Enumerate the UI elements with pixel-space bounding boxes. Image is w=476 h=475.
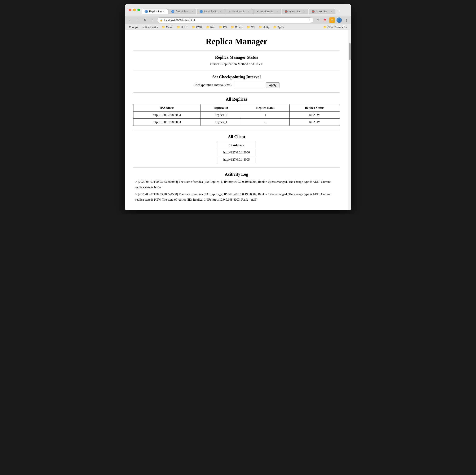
replicas-section: All Replicas IP Address Replica ID Repli… — [133, 97, 340, 126]
client-1-ip: http://127.0.0.1:8006 — [217, 149, 256, 156]
tab-icon-index1: 🔖 — [285, 10, 288, 13]
menu-icon[interactable]: ⋮ — [344, 18, 349, 23]
bookmark-others[interactable]: 📁 Others — [229, 25, 244, 29]
rec-folder-icon: 📁 — [206, 26, 209, 29]
tab-local-fault[interactable]: ↻ Local Fault... ✕ — [197, 9, 225, 14]
traffic-lights — [129, 9, 140, 11]
title-bar: ↻ Replication ✕ ↻ Global Fau... ✕ ↻ Loca… — [125, 4, 351, 16]
tab-index-ba2[interactable]: 🔖 index - ba... ✕ — [309, 9, 335, 14]
tab-close-local[interactable]: ✕ — [220, 10, 222, 13]
bookmark-cn[interactable]: 📁 CN — [245, 25, 256, 29]
shield-icon[interactable]: 🛡 — [315, 18, 321, 23]
profile-icon[interactable]: 👤 — [337, 18, 342, 23]
bookmark-others-label: Others — [235, 26, 243, 29]
bookmark-apple-label: Apple — [277, 26, 284, 29]
scrollbar-thumb[interactable] — [349, 43, 351, 60]
new-tab-button[interactable]: + — [336, 8, 342, 14]
table-row: http://10.0.0.198:8004 Replica_2 1 READY — [134, 111, 340, 119]
bookmark-rec[interactable]: 📁 Rec — [204, 25, 216, 29]
bookmark-cs[interactable]: 📁 CS — [217, 25, 228, 29]
tab-close-replication[interactable]: ✕ — [163, 10, 165, 13]
bookmark-apple[interactable]: 📁 Apple — [272, 25, 286, 29]
tab-localhost1[interactable]: C localhost:8... ✕ — [225, 9, 253, 14]
table-row: http://10.0.0.198:8003 Replica_1 0 READY — [134, 119, 340, 126]
tab-label-global: Global Fau... — [176, 10, 190, 13]
security-icon: 🔒 — [160, 19, 163, 22]
bookmark-music-label: Music — [166, 26, 172, 29]
tab-icon-localhost1: C — [228, 10, 231, 13]
client-table: IP Address http://127.0.0.1:8006 http://… — [217, 142, 256, 163]
page-title: Replica Manager — [133, 36, 340, 46]
checkpoint-heading: Set Checkpointing Interval — [133, 75, 340, 79]
bookmark-hust[interactable]: 📁 HUST — [175, 25, 190, 29]
puzzle-icon[interactable]: ⊞ — [329, 18, 335, 23]
replica-1-rank: 0 — [241, 119, 289, 126]
checkpoint-form: Checkpointing Interval (ms) Apply — [133, 82, 340, 88]
tab-label-local: Local Fault... — [204, 10, 219, 13]
bookmark-cmu-label: CMU — [196, 26, 202, 29]
checkpoint-divider — [133, 92, 340, 93]
home-button[interactable]: ⌂ — [150, 17, 155, 23]
tab-global-fault[interactable]: ↻ Global Fau... ✕ — [168, 9, 196, 14]
replicas-table-header-row: IP Address Replica ID Replica Rank Repli… — [134, 104, 340, 111]
bookmark-cs-label: CS — [223, 26, 227, 29]
bookmark-apps[interactable]: ⊞ Apps — [127, 25, 139, 29]
bookmark-cmu[interactable]: 📁 CMU — [190, 25, 204, 29]
tab-label-index2: index - ba... — [316, 10, 329, 13]
back-button[interactable]: ← — [127, 17, 133, 23]
browser-window: ↻ Replication ✕ ↻ Global Fau... ✕ ↻ Loca… — [125, 4, 351, 210]
tab-close-localhost1[interactable]: ✕ — [248, 10, 250, 13]
reload-button[interactable]: ↻ — [142, 17, 148, 23]
checkpoint-label: Checkpointing Interval (ms) — [194, 83, 232, 87]
tab-close-localhost2[interactable]: ✕ — [276, 10, 278, 13]
bookmark-other-bookmarks[interactable]: 📁 Other Bookmarks — [322, 25, 349, 29]
bookmark-music[interactable]: 📁 Music — [160, 25, 174, 29]
forward-button[interactable]: → — [135, 17, 140, 23]
bookmark-star-icon[interactable]: ☆ — [308, 18, 311, 22]
bookmark-rec-label: Rec — [210, 26, 215, 29]
replica-2-rank: 1 — [241, 111, 289, 119]
page-with-scrollbar: Replica Manager Replica Manager Status C… — [125, 30, 351, 210]
client-divider — [133, 167, 340, 168]
scrollbar[interactable] — [348, 30, 351, 210]
bookmarks-bar: ⊞ Apps ★ Bookmarks 📁 Music 📁 HUST 📁 CMU … — [125, 24, 351, 30]
close-button[interactable] — [129, 9, 131, 11]
replica-1-status: READY — [289, 119, 340, 126]
replicas-heading: All Replicas — [133, 97, 340, 102]
tab-icon-local: ↻ — [200, 10, 203, 13]
checkpoint-input[interactable] — [234, 82, 263, 88]
bookmarks-star-icon: ★ — [142, 26, 144, 29]
bookmark-utility[interactable]: 📁 Utility — [257, 25, 271, 29]
activity-entry-2: > [2020-03-07T00:03:28.344558] The state… — [135, 192, 338, 202]
col-replica-status: Replica Status — [289, 104, 340, 111]
tab-icon-global: ↻ — [171, 10, 174, 13]
page-content: Replica Manager Replica Manager Status C… — [125, 30, 348, 210]
address-field[interactable]: 🔒 localhost:8000/index.html ☆ — [157, 18, 313, 23]
hust-folder-icon: 📁 — [177, 26, 180, 29]
status-text: Current Replication Method : ACTIVE — [133, 62, 340, 66]
extension-icon[interactable]: O — [322, 18, 328, 23]
utility-folder-icon: 📁 — [259, 26, 262, 29]
tab-index-ba1[interactable]: 🔖 index - ba... ✕ — [282, 9, 308, 14]
replica-1-id: Replica_1 — [200, 119, 241, 126]
tab-close-index1[interactable]: ✕ — [303, 10, 305, 13]
bookmark-bookmarks[interactable]: ★ Bookmarks — [140, 25, 159, 29]
tab-localhost2[interactable]: C localhost:8... ✕ — [253, 9, 281, 14]
tab-close-index2[interactable]: ✕ — [330, 10, 332, 13]
maximize-button[interactable] — [137, 9, 140, 11]
table-row: http://127.0.0.1:8005 — [217, 156, 256, 163]
bookmark-hust-label: HUST — [181, 26, 188, 29]
tab-label-localhost2: localhost:8... — [261, 10, 275, 13]
tab-close-global[interactable]: ✕ — [191, 10, 193, 13]
replica-2-id: Replica_2 — [200, 111, 241, 119]
tab-replication[interactable]: ↻ Replication ✕ — [142, 9, 168, 14]
minimize-button[interactable] — [133, 9, 136, 11]
bookmark-cn-label: CN — [251, 26, 255, 29]
col-client-ip: IP Address — [217, 142, 256, 149]
apply-button[interactable]: Apply — [266, 82, 279, 88]
checkpoint-section: Set Checkpointing Interval Checkpointing… — [133, 75, 340, 88]
activity-log: > [2020-03-07T00:03:23.288934] The state… — [133, 179, 340, 202]
status-divider — [133, 70, 340, 70]
col-replica-rank: Replica Rank — [241, 104, 289, 111]
client-section: All Client IP Address http://127.0.0.1:8… — [133, 134, 340, 163]
